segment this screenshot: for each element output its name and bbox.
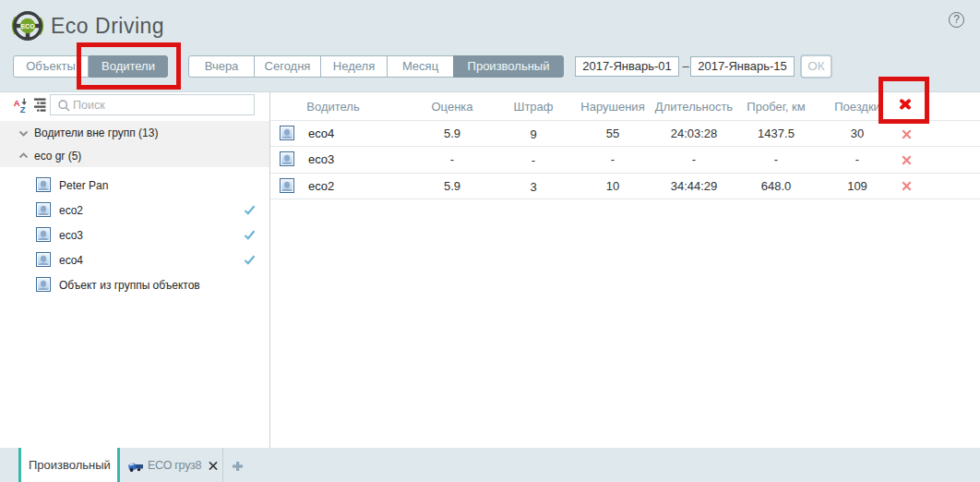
svg-text:ECO: ECO: [20, 23, 35, 30]
svg-text:Z: Z: [20, 104, 26, 114]
svg-text:A: A: [14, 98, 20, 108]
